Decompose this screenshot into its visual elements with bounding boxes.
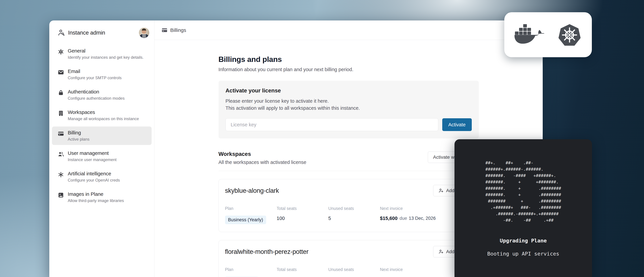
workspace-name: floralwhite-month-perez-potter — [225, 248, 308, 255]
plan-badge: Business (Yearly) — [225, 216, 266, 224]
column-header-total-seats: Total seats — [277, 206, 328, 211]
upgrade-status-title: Upgrading Plane — [454, 238, 592, 244]
credit-card-icon — [162, 27, 168, 33]
activate-button[interactable]: Activate — [442, 118, 472, 131]
user-plus-icon — [438, 249, 444, 254]
sidebar-item-description: Instance user management — [68, 157, 116, 162]
sidebar-item-label: Authentication — [68, 89, 124, 95]
workspace-card: skyblue-along-clark Add seats Plan Busin… — [218, 179, 479, 232]
license-activation-card: Activate your license Please enter your … — [218, 81, 479, 138]
sparkle-icon — [58, 172, 64, 178]
license-card-line2: This activation will apply to all worksp… — [226, 104, 472, 112]
invoice-amount: $15,600 — [380, 216, 398, 221]
sidebar-item[interactable]: User management Instance user management — [52, 147, 152, 166]
sidebar-header: Instance admin — [52, 26, 152, 39]
sidebar-title: Instance admin — [68, 30, 139, 36]
sidebar-item-description: Allow third-party image libraries — [68, 198, 124, 203]
sidebar-item[interactable]: Email Configure your SMTP controls — [52, 65, 152, 84]
workspace-billing-table: Plan Business (Yearly) Total seats 100 U… — [225, 206, 472, 224]
workspace-name: skyblue-along-clark — [225, 187, 279, 194]
license-card-title: Activate your license — [226, 88, 472, 94]
sidebar-item-label: Billing — [68, 130, 90, 136]
column-header-unused-seats: Unused seats — [328, 267, 380, 272]
sidebar: Instance admin General Identify your ins… — [49, 20, 154, 277]
sidebar-item[interactable]: Billing Active plans — [52, 126, 152, 145]
license-card-line1: Please enter your license key to activat… — [226, 98, 472, 104]
plane-ascii-logo: ##+. ##+ .##- ######+.######-.######. ##… — [485, 160, 561, 224]
sidebar-item-label: Email — [68, 68, 122, 74]
sidebar-item-description: Manage all workspaces on this instance — [68, 116, 139, 121]
credit-card-icon — [58, 130, 64, 137]
lock-icon — [58, 90, 64, 96]
sidebar-item-description: Configure authentication modes — [68, 96, 124, 101]
sidebar-item[interactable]: Authentication Configure authentication … — [52, 86, 152, 104]
license-key-input[interactable] — [226, 118, 438, 131]
sidebar-item-description: Identify your instances and get key deta… — [68, 55, 144, 60]
deployment-badges-card — [504, 12, 592, 57]
sidebar-item-label: Artificial intelligence — [68, 171, 120, 176]
avatar[interactable] — [139, 28, 149, 38]
invoice-due-word: due — [400, 216, 407, 221]
sidebar-item-description: Active plans — [68, 137, 90, 142]
users-icon — [58, 151, 64, 157]
sidebar-item-label: General — [68, 48, 144, 54]
column-header-plan: Plan — [225, 206, 277, 211]
sidebar-item-label: User management — [68, 150, 116, 156]
gear-icon — [58, 49, 64, 55]
upgrade-status-message: Booting up API services — [454, 251, 592, 257]
total-seats-value: 100 — [277, 216, 328, 221]
image-icon — [58, 192, 64, 198]
sidebar-item[interactable]: Artificial intelligence Configure your O… — [52, 168, 152, 186]
mail-icon — [58, 69, 64, 76]
column-header-plan: Plan — [225, 267, 277, 272]
sidebar-item-label: Images in Plane — [68, 191, 124, 197]
page-title: Billings and plans — [218, 55, 479, 64]
sidebar-item-description: Configure your SMTP controls — [68, 76, 122, 80]
section-divider — [218, 171, 479, 171]
workspaces-section-title: Workspaces — [218, 151, 306, 157]
instance-admin-icon — [58, 29, 65, 36]
invoice-date: 13 Dec, 2026 — [409, 216, 436, 221]
docker-icon — [514, 23, 545, 46]
sidebar-item-label: Workspaces — [68, 110, 139, 115]
user-plus-icon — [438, 188, 444, 193]
workspace-billing-table: Plan Pro (Monthly) Total seats 25 Unused… — [225, 267, 472, 277]
column-header-unused-seats: Unused seats — [328, 206, 380, 211]
unused-seats-value: 5 — [328, 216, 380, 221]
kubernetes-icon — [557, 22, 582, 47]
sidebar-item[interactable]: Workspaces Manage all workspaces on this… — [52, 106, 152, 124]
workspaces-section-subtitle: All the workspaces with activated licens… — [218, 160, 306, 165]
sidebar-nav: General Identify your instances and get … — [52, 45, 152, 206]
sidebar-item-description: Configure your OpenAI creds — [68, 178, 120, 182]
page-subtitle: Information about you current plan and y… — [218, 67, 479, 72]
sidebar-item[interactable]: Images in Plane Allow third-party image … — [52, 188, 152, 206]
sidebar-item[interactable]: General Identify your instances and get … — [52, 45, 152, 63]
breadcrumb: Billings — [170, 27, 186, 33]
column-header-total-seats: Total seats — [277, 267, 328, 272]
building-icon — [58, 110, 64, 116]
workspace-card: floralwhite-month-perez-potter Add seats… — [218, 240, 479, 277]
topbar: Billings — [154, 20, 543, 40]
upgrade-status-panel: ##+. ##+ .##- ######+.######-.######. ##… — [454, 139, 592, 277]
